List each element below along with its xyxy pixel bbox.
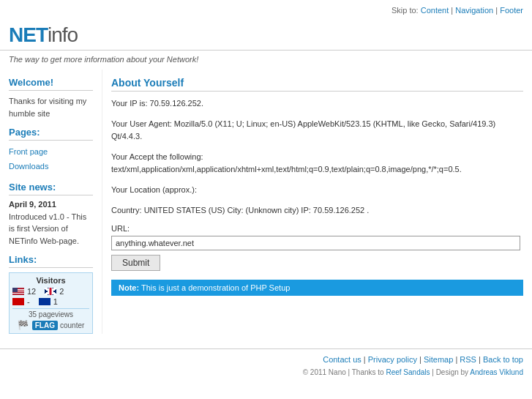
main-container: Welcome! Thanks for visiting my humble s… — [0, 70, 532, 334]
sidebar: Welcome! Thanks for visiting my humble s… — [0, 70, 102, 334]
flag-counter-suffix: counter — [60, 321, 84, 329]
news-text: Introduced v1.0 - This is first Version … — [9, 211, 93, 247]
url-label: URL: — [111, 224, 523, 233]
visitor-row-2: - 1 — [12, 297, 89, 306]
note-bold: Note: — [119, 283, 139, 292]
user-agent-line: Your User Agent: Mozilla/5.0 (X11; U; Li… — [111, 118, 523, 143]
pageviews-text: 35 pageviews — [29, 310, 73, 318]
skip-content-link[interactable]: Content — [421, 6, 449, 15]
skip-navigation: Skip to: Content | Navigation | Footer — [0, 0, 532, 18]
location-line: Your Location (approx.): — [111, 184, 523, 197]
logo-net: NET — [9, 23, 48, 46]
note-box: Note: This is just a demonstration of PH… — [111, 280, 523, 296]
copyright-text: © 2011 Nano | Thanks to — [303, 368, 384, 376]
visitors-title: Visitors — [12, 276, 89, 285]
flag-us-icon — [12, 288, 24, 295]
pageviews-label: 35 pageviews — [12, 308, 89, 318]
flag-other-icon — [12, 298, 24, 305]
flag-counter-label: FLAG — [32, 321, 58, 330]
welcome-title: Welcome! — [9, 77, 93, 91]
downloads-link[interactable]: Downloads — [9, 160, 93, 174]
logo: NETinfo — [9, 23, 78, 47]
frontpage-link[interactable]: Front page — [9, 145, 93, 160]
submit-button[interactable]: Submit — [111, 255, 160, 271]
footer-links: Contact us | Privacy policy | Sitemap | … — [323, 355, 523, 364]
contact-link[interactable]: Contact us — [323, 355, 361, 364]
note-text: This is just a demonstration of PHP Setu… — [139, 283, 290, 292]
designer-link[interactable]: Andreas Viklund — [470, 368, 523, 376]
flag-counter-logo-wrap: 🏁 FLAG counter — [12, 320, 89, 330]
links-title: Links: — [9, 254, 93, 268]
skip-label: Skip to: — [391, 6, 419, 15]
news-date: April 9, 2011 — [9, 200, 93, 209]
skip-footer-link[interactable]: Footer — [500, 6, 523, 15]
ip-line: Your IP is: 70.59.126.252. — [111, 97, 523, 111]
flag-gb-icon — [45, 288, 56, 295]
skip-navigation-link[interactable]: Navigation — [455, 6, 493, 15]
footer-copyright: © 2011 Nano | Thanks to Reef Sandals | D… — [0, 367, 532, 382]
privacy-link[interactable]: Privacy policy — [368, 355, 417, 364]
footer: Contact us | Privacy policy | Sitemap | … — [0, 348, 532, 367]
welcome-text: Thanks for visiting my humble site — [9, 95, 93, 119]
visitors-box: Visitors 12 2 - 1 35 pageviews 🏁 FLAG co — [9, 272, 93, 334]
visitor-count-gb: 2 — [59, 287, 64, 296]
news-title: Site news: — [9, 182, 93, 195]
visitor-row-us: 12 2 — [12, 287, 89, 296]
pages-title: Pages: — [9, 127, 93, 141]
url-input[interactable] — [111, 236, 520, 250]
logo-info: info — [48, 23, 78, 46]
backtotop-link[interactable]: Back to top — [483, 355, 523, 364]
accept-line: Your Accept the following: text/xml,appl… — [111, 151, 523, 176]
header: NETinfo — [0, 18, 532, 51]
tagline: The way to get more information about yo… — [0, 51, 532, 70]
visitor-count-us: 12 — [27, 287, 36, 296]
about-title: About Yourself — [111, 77, 523, 92]
country-line: Country: UNITED STATES (US) City: (Unkno… — [111, 204, 523, 217]
flag-other2-icon — [39, 298, 50, 305]
content-area: About Yourself Your IP is: 70.59.126.252… — [102, 70, 532, 334]
design-text: | Design by — [432, 368, 468, 376]
sitemap-link[interactable]: Sitemap — [424, 355, 453, 364]
thanks-link[interactable]: Reef Sandals — [386, 368, 430, 376]
flag-emoji: 🏁 — [18, 320, 29, 330]
rss-link[interactable]: RSS — [460, 355, 476, 364]
